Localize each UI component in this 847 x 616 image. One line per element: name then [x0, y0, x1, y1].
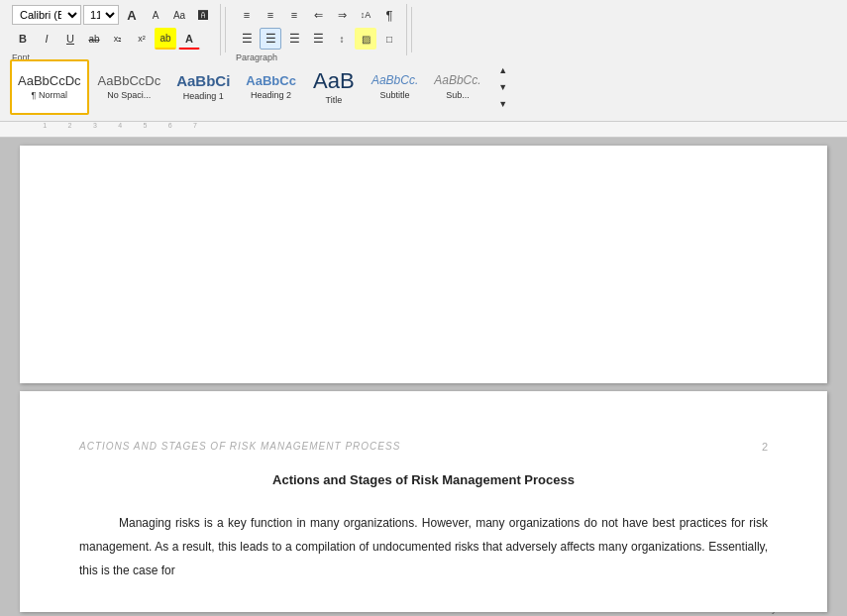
toolbar: Calibri (Body)Calibri (Body) 1111 A A Aa…	[0, 0, 847, 122]
page-1	[20, 146, 827, 383]
font-color-button[interactable]: A	[178, 28, 200, 50]
font-name-select[interactable]: Calibri (Body)Calibri (Body)	[12, 5, 81, 25]
align-center-button[interactable]: ☰	[260, 28, 281, 50]
style-nospacing-button[interactable]: AaBbCcDc No Spaci...	[91, 59, 168, 115]
style-heading1-label: Heading 1	[183, 91, 224, 101]
document-area: ACTIONS AND STAGES OF RISK MANAGEMENT PR…	[0, 138, 847, 616]
style-heading2-preview: AaBbCc	[246, 74, 296, 88]
styles-more-button[interactable]: ▼	[492, 96, 514, 113]
ruler: 1 2 3 4 5 6 7	[0, 122, 847, 138]
font-group: Calibri (Body)Calibri (Body) 1111 A A Aa…	[6, 4, 221, 55]
style-normal-preview: AaBbCcDc	[18, 74, 81, 88]
decrease-indent-button[interactable]: ⇐	[307, 4, 329, 26]
styles-scroll-down-button[interactable]: ▼	[492, 78, 514, 95]
style-title-label: Title	[326, 95, 343, 105]
divider1	[225, 7, 226, 52]
subscript-button[interactable]: x₂	[107, 28, 129, 50]
style-heading1-button[interactable]: AaBbCi Heading 1	[169, 59, 237, 115]
style-title-preview: AaB	[313, 69, 355, 93]
show-marks-button[interactable]: ¶	[378, 4, 400, 26]
borders-button[interactable]: □	[378, 28, 400, 50]
increase-indent-button[interactable]: ⇒	[331, 4, 353, 26]
align-left-button[interactable]: ☰	[236, 28, 258, 50]
doc-title[interactable]: Actions and Stages of Risk Management Pr…	[79, 472, 768, 487]
para-bottom-row: ☰ ☰ ☰ ☰ ↕ ▨ □	[236, 28, 400, 50]
bullets-button[interactable]: ≡	[236, 4, 258, 26]
styles-group: AaBbCcDc ¶ Normal AaBbCcDc No Spaci... A…	[6, 57, 841, 117]
style-normal-button[interactable]: AaBbCcDc ¶ Normal	[10, 59, 89, 115]
underline-button[interactable]: U	[59, 28, 81, 50]
styles-scroll-up-button[interactable]: ▲	[492, 61, 514, 78]
divider2	[411, 7, 412, 52]
align-right-button[interactable]: ☰	[283, 28, 305, 50]
para-top-row: ≡ ≡ ≡ ⇐ ⇒ ↕A ¶	[236, 4, 400, 26]
style-nospacing-preview: AaBbCcDc	[98, 74, 161, 88]
numbering-button[interactable]: ≡	[260, 4, 281, 26]
shading-button[interactable]: ▨	[355, 28, 376, 50]
sort-button[interactable]: ↕A	[355, 4, 376, 26]
line-spacing-button[interactable]: ↕	[331, 28, 353, 50]
style-subtitle-preview: AaBbCc.	[371, 74, 418, 87]
multilevel-button[interactable]: ≡	[283, 4, 305, 26]
page-2-header: ACTIONS AND STAGES OF RISK MANAGEMENT PR…	[79, 431, 768, 453]
style-normal-label: ¶ Normal	[32, 90, 67, 100]
page-number: 2	[762, 441, 768, 453]
style-title-button[interactable]: AaB Title	[305, 59, 363, 115]
page-header-text: ACTIONS AND STAGES OF RISK MANAGEMENT PR…	[79, 441, 400, 452]
text-highlight-button[interactable]: ab	[155, 28, 176, 50]
style-subtle-preview: AaBbCc.	[434, 74, 480, 87]
style-heading1-preview: AaBbCi	[176, 73, 230, 90]
change-case-button[interactable]: Aa	[168, 4, 190, 26]
font-bottom-row: B I U ab x₂ x² ab A	[12, 28, 200, 50]
bold-button[interactable]: B	[12, 28, 34, 50]
doc-body[interactable]: Managing risks is a key function in many…	[79, 511, 768, 582]
font-top-row: Calibri (Body)Calibri (Body) 1111 A A Aa…	[12, 4, 214, 26]
justify-button[interactable]: ☰	[307, 28, 329, 50]
superscript-button[interactable]: x²	[131, 28, 153, 50]
ruler-inner: 1 2 3 4 5 6 7	[20, 122, 827, 137]
clear-formatting-button[interactable]: 🅰	[192, 4, 214, 26]
grow-font-button[interactable]: A	[121, 4, 143, 26]
style-nospacing-label: No Spaci...	[107, 90, 151, 100]
italic-button[interactable]: I	[36, 28, 57, 50]
style-subtle-label: Sub...	[446, 90, 470, 100]
font-size-select[interactable]: 1111	[83, 5, 119, 25]
style-subtle-button[interactable]: AaBbCc. Sub...	[427, 59, 487, 115]
shrink-font-button[interactable]: A	[145, 4, 166, 26]
strikethrough-button[interactable]: ab	[83, 28, 105, 50]
body-paragraph[interactable]: Managing risks is a key function in many…	[79, 511, 768, 582]
page-2-content: ACTIONS AND STAGES OF RISK MANAGEMENT PR…	[20, 391, 827, 612]
page-2: ACTIONS AND STAGES OF RISK MANAGEMENT PR…	[20, 391, 827, 612]
style-heading2-button[interactable]: AaBbCc Heading 2	[239, 59, 303, 115]
paragraph-group: ≡ ≡ ≡ ⇐ ⇒ ↕A ¶ ☰ ☰ ☰ ☰ ↕ ▨ □ Paragraph	[230, 4, 407, 55]
ruler-scale: 1 2 3 4 5 6 7	[20, 122, 197, 129]
style-subtitle-label: Subtitle	[380, 90, 410, 100]
style-heading2-label: Heading 2	[251, 90, 291, 100]
style-subtitle-button[interactable]: AaBbCc. Subtitle	[365, 59, 425, 115]
